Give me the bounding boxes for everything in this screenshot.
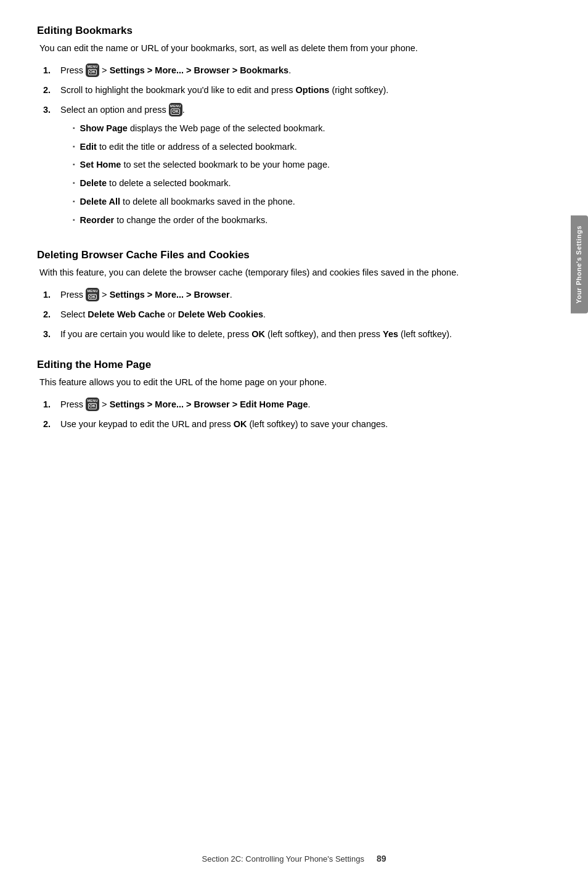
menu-icon-1: MENUOK [86,63,99,77]
steps-editing-bookmarks: 1. Press MENUOK > Settings > More... > B… [37,64,505,232]
bullet-show-page: ▪ Show Page displays the Web page of the… [73,122,505,136]
intro-homepage: This feature allows you to edit the URL … [37,376,505,390]
section-deleting-cache: Deleting Browser Cache Files and Cookies… [37,249,505,341]
bullet-reorder: ▪ Reorder to change the order of the boo… [73,214,505,227]
menu-icon-4: MENUOK [86,398,99,411]
step-num-3: 3. [37,104,60,232]
homepage-step-1: 1. Press MENUOK > Settings > More... > B… [37,398,505,412]
step-3-bookmarks: 3. Select an option and press MENUOK. ▪ … [37,104,505,232]
step-num-1: 1. [37,64,60,78]
cache-step-content-1: Press MENUOK > Settings > More... > Brow… [60,288,505,302]
side-tab: Your Phone's Settings [571,216,588,314]
step-content-3: Select an option and press MENUOK. ▪ Sho… [60,104,505,232]
steps-homepage: 1. Press MENUOK > Settings > More... > B… [37,398,505,431]
intro-editing-bookmarks: You can edit the name or URL of your boo… [37,42,505,55]
intro-deleting-cache: With this feature, you can delete the br… [37,266,505,280]
section-title-editing-bookmarks: Editing Bookmarks [37,25,505,37]
bullet-delete-all: ▪ Delete All to delete all bookmarks sav… [73,195,505,209]
bullet-edit: ▪ Edit to edit the title or address of a… [73,141,505,154]
step-num-2: 2. [37,84,60,97]
menu-icon-2: MENUOK [169,103,182,116]
homepage-step-num-1: 1. [37,398,60,412]
cache-step-content-3: If you are certain you would like to del… [60,328,505,341]
cache-step-3: 3. If you are certain you would like to … [37,328,505,341]
homepage-step-content-2: Use your keypad to edit the URL and pres… [60,418,505,431]
footer-section-label: Section 2C: Controlling Your Phone's Set… [202,854,364,864]
section-title-homepage: Editing the Home Page [37,359,505,371]
homepage-step-content-1: Press MENUOK > Settings > More... > Brow… [60,398,505,412]
homepage-step-num-2: 2. [37,418,60,431]
cache-step-2: 2. Select Delete Web Cache or Delete Web… [37,308,505,322]
step-2-bookmarks: 2. Scroll to highlight the bookmark you'… [37,84,505,97]
steps-deleting-cache: 1. Press MENUOK > Settings > More... > B… [37,288,505,341]
cache-step-num-3: 3. [37,328,60,341]
step-1-bookmarks: 1. Press MENUOK > Settings > More... > B… [37,64,505,78]
cache-step-1: 1. Press MENUOK > Settings > More... > B… [37,288,505,302]
cache-step-num-2: 2. [37,308,60,322]
cache-step-num-1: 1. [37,288,60,302]
footer: Section 2C: Controlling Your Phone's Set… [0,854,588,864]
options-list: ▪ Show Page displays the Web page of the… [60,122,505,227]
page-content: Editing Bookmarks You can edit the name … [0,0,542,474]
footer-page-number: 89 [377,854,386,864]
section-editing-homepage: Editing the Home Page This feature allow… [37,359,505,431]
bullet-delete: ▪ Delete to delete a selected bookmark. [73,177,505,190]
homepage-step-2: 2. Use your keypad to edit the URL and p… [37,418,505,431]
step-content-1: Press MENUOK > Settings > More... > Brow… [60,64,505,78]
step-content-2: Scroll to highlight the bookmark you'd l… [60,84,505,97]
section-editing-bookmarks: Editing Bookmarks You can edit the name … [37,25,505,232]
cache-step-content-2: Select Delete Web Cache or Delete Web Co… [60,308,505,322]
section-title-deleting-cache: Deleting Browser Cache Files and Cookies [37,249,505,261]
menu-icon-3: MENUOK [86,288,99,301]
bullet-set-home: ▪ Set Home to set the selected bookmark … [73,158,505,172]
